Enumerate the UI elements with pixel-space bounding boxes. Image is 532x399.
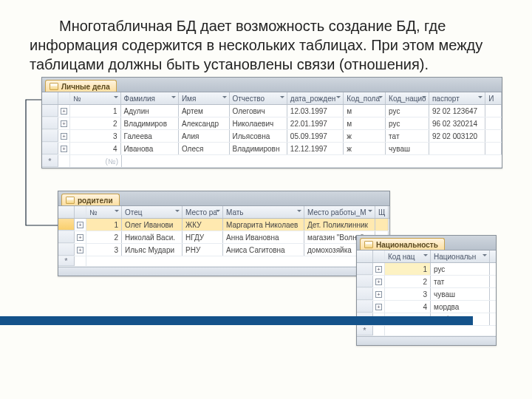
table-row[interactable]: +2тат	[357, 276, 496, 288]
table-row[interactable]: +2Николай Васи.НГДУАнна Ивановнамагазин …	[58, 231, 389, 244]
table-nationality[interactable]: Национальность Код нац Национальн +1рус+…	[356, 235, 497, 346]
tabbar: родители	[58, 191, 389, 206]
table-icon	[364, 241, 373, 248]
new-row[interactable]: (№)	[42, 155, 502, 168]
col-ot[interactable]: Отчество	[230, 92, 287, 104]
expand-icon[interactable]: +	[61, 133, 67, 140]
table-icon	[66, 197, 75, 204]
datasheet-grid[interactable]: № Отец Место ра Мать Место работы_М Щ +1…	[58, 206, 389, 276]
table-row[interactable]: +3ГалееваАлияИльясовна05.09.1997жтат92 0…	[42, 130, 502, 143]
col-code[interactable]: Код нац	[385, 250, 431, 262]
col-im[interactable]: Имя	[179, 92, 230, 104]
table-row[interactable]: +2ВладимировАлександрНиколаевич22.01.199…	[42, 117, 502, 130]
table-personal[interactable]: Личные дела № Фамилия Имя Отчество дата_…	[41, 77, 502, 168]
scrollbar[interactable]	[58, 267, 389, 276]
tab-parents[interactable]: родители	[61, 194, 120, 205]
table-parents[interactable]: родители № Отец Место ра Мать Место рабо…	[58, 191, 390, 276]
table-row[interactable]: +3Ильяс МудариРНУАниса Сагитовнадомохозя…	[58, 244, 389, 256]
header-row: № Отец Место ра Мать Место работы_М Щ	[58, 206, 389, 219]
col-mat[interactable]: Мать	[223, 206, 304, 218]
expand-icon[interactable]: +	[375, 291, 382, 298]
col-pasp[interactable]: паспорт	[429, 92, 485, 104]
col-pol[interactable]: Код_пола	[344, 92, 386, 104]
tabbar: Национальность	[357, 236, 496, 250]
header-row: Код нац Национальн	[357, 250, 496, 263]
table-row[interactable]: +3чуваш	[357, 288, 496, 301]
col-extra[interactable]: Щ	[375, 206, 389, 218]
col-otec[interactable]: Отец	[122, 206, 183, 218]
expand-icon[interactable]: +	[61, 120, 67, 127]
tab-label: родители	[78, 197, 113, 205]
expand-icon[interactable]: +	[61, 108, 67, 115]
scrollbar[interactable]	[357, 336, 496, 345]
table-icon	[50, 83, 58, 90]
expand-icon[interactable]: +	[61, 146, 67, 152]
tab-nationality[interactable]: Национальность	[360, 238, 445, 250]
expand-icon[interactable]: +	[77, 247, 83, 253]
new-row[interactable]	[357, 326, 496, 336]
table-row[interactable]: +1Олег ИвановиЖКУМаргарита НиколаевДет. …	[58, 219, 389, 231]
table-row[interactable]: +4мордва	[357, 301, 496, 313]
col-mr[interactable]: Место ра	[183, 206, 223, 218]
col-dob[interactable]: дата_рожден	[287, 92, 344, 104]
expand-icon[interactable]: +	[375, 304, 382, 310]
col-fam[interactable]: Фамилия	[121, 92, 179, 104]
expand-icon[interactable]: +	[375, 279, 382, 285]
expand-icon[interactable]: +	[375, 266, 382, 273]
col-extra[interactable]: И	[485, 92, 502, 104]
tabbar: Личные дела	[42, 78, 502, 92]
tab-label: Национальность	[376, 241, 438, 249]
datasheet-grid[interactable]: № Фамилия Имя Отчество дата_рожден Код_п…	[42, 92, 502, 168]
table-row[interactable]: +1рус	[357, 263, 496, 276]
table-row[interactable]: +1АдулинАртемОлегович12.03.1997мрус92 02…	[42, 105, 502, 117]
expand-icon[interactable]: +	[77, 222, 83, 228]
col-no[interactable]: №	[86, 206, 122, 218]
col-nac[interactable]: Код_нацио	[386, 92, 429, 104]
footer-bar	[0, 316, 473, 325]
tab-personal[interactable]: Личные дела	[45, 80, 117, 92]
datasheet-grid[interactable]: Код нац Национальн +1рус+2тат+3чуваш+4мо…	[357, 250, 496, 345]
new-row[interactable]	[58, 256, 389, 267]
tab-label: Личные дела	[61, 83, 110, 91]
col-no[interactable]: №	[70, 92, 121, 104]
intro-paragraph: Многотабличная БД дает возможность созда…	[30, 16, 502, 74]
header-row: № Фамилия Имя Отчество дата_рожден Код_п…	[42, 92, 502, 105]
table-row[interactable]: +4ИвановаОлесяВладимировн12.12.1997жчува…	[42, 143, 502, 155]
col-nacname[interactable]: Национальн	[431, 250, 490, 262]
expand-icon[interactable]: +	[77, 234, 83, 241]
col-mrm[interactable]: Место работы_М	[304, 206, 375, 218]
